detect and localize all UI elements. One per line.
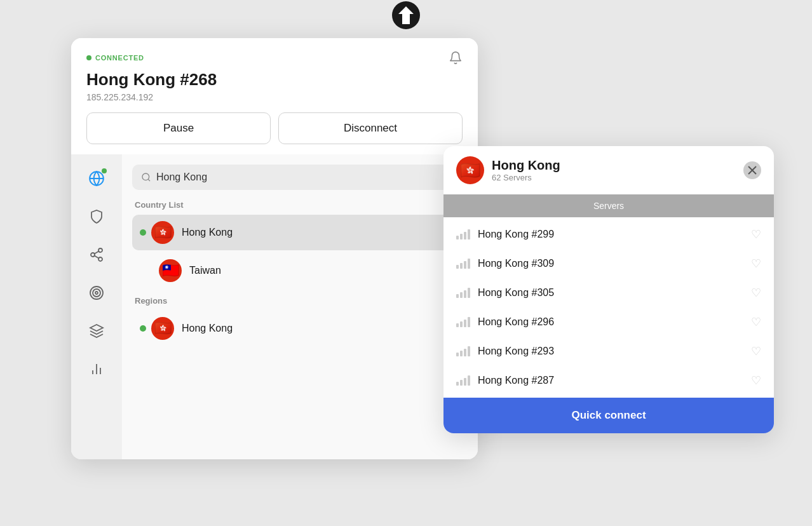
hong-kong-popup: 🇭🇰 Hong Kong 62 Servers Servers Hong Kon… xyxy=(443,146,774,433)
hk-popup-header: 🇭🇰 Hong Kong 62 Servers xyxy=(443,146,774,194)
server-left: Hong Kong #305 xyxy=(456,287,554,299)
server-signal-icon xyxy=(456,288,470,298)
svg-point-4 xyxy=(91,253,95,257)
server-left: Hong Kong #293 xyxy=(456,346,554,357)
server-name-299: Hong Kong #299 xyxy=(478,229,554,240)
connection-status: CONNECTED xyxy=(86,54,144,62)
pause-button[interactable]: Pause xyxy=(86,112,271,144)
server-name-305: Hong Kong #305 xyxy=(478,287,554,299)
hk-servers-count: 62 Servers xyxy=(492,173,560,182)
favorite-button-309[interactable]: ♡ xyxy=(751,257,761,271)
server-name: Hong Kong #268 xyxy=(86,70,463,90)
vpn-panel: CONNECTED Hong Kong #268 185.225.234.192… xyxy=(71,38,478,459)
country-item-taiwan[interactable]: 🇹🇼 Taiwan xyxy=(132,253,468,288)
action-buttons: Pause Disconnect xyxy=(86,112,463,144)
taiwan-flag: 🇹🇼 xyxy=(159,259,182,282)
hong-kong-region-flag: 🇭🇰 xyxy=(151,317,174,340)
vpn-bottom: ✕ Country List 🇭🇰 Hong Kong 🇹🇼 Taiwan xyxy=(71,154,478,459)
server-left: Hong Kong #287 xyxy=(456,375,554,386)
favorite-button-293[interactable]: ♡ xyxy=(751,344,761,358)
notifications-icon[interactable] xyxy=(449,51,463,65)
server-signal-icon xyxy=(456,317,470,327)
server-item[interactable]: Hong Kong #305 ♡ xyxy=(443,278,774,307)
hk-title-text: Hong Kong 62 Servers xyxy=(492,158,560,182)
hk-country-name: Hong Kong xyxy=(492,158,560,173)
disconnect-button[interactable]: Disconnect xyxy=(278,112,463,144)
connected-dot xyxy=(140,229,146,236)
sidebar-item-streaming[interactable] xyxy=(85,281,108,304)
server-name-293: Hong Kong #293 xyxy=(478,346,554,357)
sidebar-item-shield[interactable] xyxy=(85,205,108,228)
hk-popup-title: 🇭🇰 Hong Kong 62 Servers xyxy=(456,156,560,184)
server-signal-icon xyxy=(456,346,470,356)
server-item[interactable]: Hong Kong #299 ♡ xyxy=(443,220,774,249)
favorite-button-299[interactable]: ♡ xyxy=(751,227,761,241)
region-connected-dot xyxy=(140,325,146,332)
svg-marker-11 xyxy=(90,325,103,331)
sidebar-item-countries[interactable] xyxy=(85,167,108,190)
country-item-hong-kong[interactable]: 🇭🇰 Hong Kong xyxy=(132,215,468,250)
server-left: Hong Kong #299 xyxy=(456,229,554,240)
regions-label: Regions xyxy=(132,296,468,306)
sidebar-item-profiles[interactable] xyxy=(85,320,108,342)
quick-connect-button[interactable]: Quick connect xyxy=(443,398,774,433)
sidebar xyxy=(71,154,122,459)
servers-tab[interactable]: Servers xyxy=(443,194,774,217)
search-input[interactable] xyxy=(156,172,441,183)
favorite-button-287[interactable]: ♡ xyxy=(751,374,761,388)
favorite-button-305[interactable]: ♡ xyxy=(751,286,761,300)
server-left: Hong Kong #309 xyxy=(456,258,554,269)
svg-line-6 xyxy=(95,256,99,259)
svg-point-8 xyxy=(90,287,103,299)
favorite-button-296[interactable]: ♡ xyxy=(751,315,761,329)
hong-kong-region-name: Hong Kong xyxy=(182,323,233,334)
server-item[interactable]: Hong Kong #293 ♡ xyxy=(443,337,774,366)
sidebar-item-statistics[interactable] xyxy=(85,358,108,381)
search-panel: ✕ Country List 🇭🇰 Hong Kong 🇹🇼 Taiwan xyxy=(122,154,478,459)
server-signal-icon xyxy=(456,229,470,239)
svg-point-9 xyxy=(93,289,100,297)
server-ip: 185.225.234.192 xyxy=(86,92,463,102)
status-text: CONNECTED xyxy=(95,54,144,62)
hong-kong-name: Hong Kong xyxy=(182,227,233,238)
server-item[interactable]: Hong Kong #309 ♡ xyxy=(443,249,774,278)
server-name-287: Hong Kong #287 xyxy=(478,375,554,386)
active-dot xyxy=(102,168,107,173)
svg-point-3 xyxy=(98,248,102,252)
hong-kong-flag: 🇭🇰 xyxy=(151,221,174,244)
search-icon xyxy=(141,172,151,182)
server-left: Hong Kong #296 xyxy=(456,316,554,328)
svg-point-15 xyxy=(142,173,149,180)
hk-flag-large: 🇭🇰 xyxy=(456,156,484,184)
close-popup-button[interactable] xyxy=(743,161,761,179)
vpn-header: CONNECTED Hong Kong #268 185.225.234.192… xyxy=(71,38,478,154)
server-item[interactable]: Hong Kong #296 ♡ xyxy=(443,307,774,337)
svg-point-10 xyxy=(95,292,98,294)
sidebar-item-secure-core[interactable] xyxy=(85,243,108,266)
server-item[interactable]: Hong Kong #287 ♡ xyxy=(443,366,774,395)
server-list: Hong Kong #299 ♡ Hong Kong #309 ♡ Hong K… xyxy=(443,217,774,398)
regions-section: Regions 🇭🇰 Hong Kong xyxy=(132,296,468,346)
svg-line-7 xyxy=(95,252,99,254)
country-list-label: Country List xyxy=(132,200,468,210)
protonvpn-logo xyxy=(391,0,421,30)
region-item-hong-kong[interactable]: 🇭🇰 Hong Kong xyxy=(132,311,468,346)
svg-line-16 xyxy=(148,179,150,181)
server-name-296: Hong Kong #296 xyxy=(478,316,554,328)
taiwan-name: Taiwan xyxy=(189,265,221,276)
server-signal-icon xyxy=(456,375,470,386)
svg-point-5 xyxy=(98,257,102,261)
status-row: CONNECTED xyxy=(86,51,463,65)
server-name-309: Hong Kong #309 xyxy=(478,258,554,269)
status-dot xyxy=(86,55,91,60)
server-signal-icon xyxy=(456,259,470,269)
search-bar: ✕ xyxy=(132,165,468,190)
